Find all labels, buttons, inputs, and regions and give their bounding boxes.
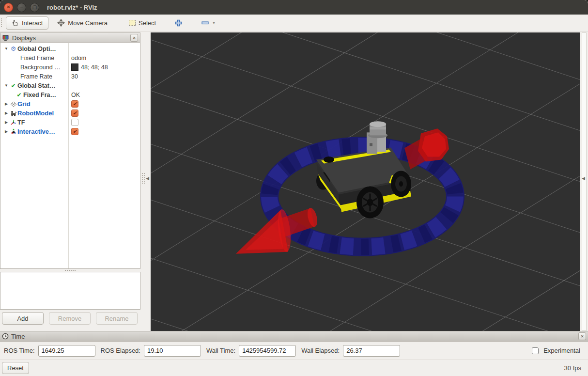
experimental-label: Experimental — [543, 347, 580, 354]
wall-time-label: Wall Time: — [206, 347, 235, 354]
gear-icon: ⚙ — [9, 45, 17, 52]
tree-row-tf[interactable]: ▶ TF — [0, 118, 140, 127]
expand-arrow-icon[interactable]: ▼ — [3, 83, 9, 88]
expand-arrow-icon[interactable]: ▶ — [3, 120, 9, 125]
wall-elapsed-label: Wall Elapsed: — [301, 347, 340, 354]
robot-model-enabled-checkbox[interactable]: ✔ — [71, 110, 78, 117]
frame-rate-value[interactable]: 30 — [68, 73, 140, 80]
window-maximize-button[interactable]: ▢ — [30, 3, 39, 12]
grid-icon — [9, 101, 17, 107]
toolbar-drag-handle[interactable] — [1, 18, 4, 27]
tree-row-global-status[interactable]: ▼ ✔ Global Stat… — [0, 81, 140, 90]
plus-icon — [175, 19, 182, 27]
tf-enabled-checkbox[interactable] — [71, 119, 78, 126]
tree-row-label: TF — [17, 119, 25, 126]
move-camera-tool-button[interactable]: Move Camera — [51, 16, 113, 30]
add-tool-button[interactable] — [171, 16, 186, 30]
expand-arrow-icon[interactable]: ▶ — [3, 129, 9, 134]
tree-row-frame-rate[interactable]: Frame Rate 30 — [0, 72, 140, 81]
move-camera-icon — [57, 19, 65, 27]
tree-column-separator[interactable] — [68, 43, 69, 268]
clock-icon — [2, 333, 9, 340]
ros-elapsed-input[interactable] — [144, 345, 201, 357]
interact-tool-button[interactable]: Interact — [6, 16, 48, 30]
expand-arrow-icon[interactable]: ▼ — [3, 47, 9, 51]
ros-elapsed-field: ROS Elapsed: — [101, 345, 201, 357]
render-viewport-3d[interactable] — [151, 32, 580, 331]
rename-display-button: Rename — [96, 312, 138, 325]
hand-icon — [12, 19, 19, 27]
wall-time-input[interactable] — [239, 345, 296, 357]
displays-panel: Displays ✕ ▼ ⚙ Global Opti… Fi — [0, 32, 140, 331]
tree-row-label: Frame Rate — [20, 73, 52, 80]
move-camera-tool-label: Move Camera — [68, 19, 108, 27]
time-panel-close-icon[interactable]: ✕ — [578, 332, 586, 340]
tree-row-fixed-frame-status[interactable]: ✔ Fixed Fra… OK — [0, 90, 140, 99]
tree-row-label: Global Opti… — [17, 46, 56, 52]
experimental-checkbox[interactable] — [532, 347, 539, 354]
add-display-button[interactable]: Add — [2, 312, 44, 325]
time-panel: Time ✕ ROS Time: ROS Elapsed: Wall Time:… — [0, 331, 588, 376]
ros-elapsed-label: ROS Elapsed: — [101, 347, 140, 354]
tree-row-label: Interactive… — [17, 128, 55, 135]
tree-row-label: Grid — [17, 100, 31, 108]
expand-arrow-icon[interactable]: ▶ — [3, 111, 9, 115]
tree-row-background-color[interactable]: Background … 48; 48; 48 — [0, 63, 140, 72]
displays-panel-title: Displays — [12, 34, 130, 42]
tree-row-interactive-markers[interactable]: ▶ Interactive… ✔ — [0, 127, 140, 136]
displays-panel-header[interactable]: Displays ✕ — [0, 32, 140, 43]
fixed-frame-value[interactable]: odom — [68, 55, 140, 62]
tree-row-label: Fixed Fra… — [23, 92, 56, 98]
tree-row-global-options[interactable]: ▼ ⚙ Global Opti… — [0, 44, 140, 53]
fixed-frame-status-value: OK — [68, 92, 140, 98]
background-color-value[interactable]: 48; 48; 48 — [68, 63, 140, 71]
scene-canvas[interactable] — [151, 32, 580, 331]
tree-row-label: Global Stat… — [17, 82, 55, 89]
ros-time-input[interactable] — [38, 345, 95, 357]
left-viewport-splitter[interactable]: ◀ — [140, 32, 151, 331]
lidar-sensor-mast — [367, 121, 387, 154]
main-area: Displays ✕ ▼ ⚙ Global Opti… Fi — [0, 31, 588, 331]
reset-button[interactable]: Reset — [2, 362, 29, 374]
tool-dropdown-arrow[interactable]: ▾ — [213, 20, 215, 25]
interactive-markers-enabled-checkbox[interactable]: ✔ — [71, 128, 78, 135]
interactive-marker-icon — [9, 128, 17, 135]
grid-enabled-checkbox[interactable]: ✔ — [71, 100, 78, 108]
window-close-button[interactable]: ✕ — [4, 3, 13, 12]
wall-elapsed-field: Wall Elapsed: — [301, 345, 400, 357]
select-tool-button[interactable]: Select — [123, 16, 162, 30]
color-value-text: 48; 48; 48 — [81, 64, 108, 71]
tree-row-fixed-frame[interactable]: Fixed Frame odom — [0, 53, 140, 63]
tree-row-label: Background … — [20, 64, 61, 71]
displays-tree[interactable]: ▼ ⚙ Global Opti… Fixed Frame odom — [0, 43, 140, 269]
tf-axes-icon — [9, 119, 17, 125]
titlebar[interactable]: ✕ – ▢ robot.rviz* - RViz — [0, 0, 588, 15]
select-icon — [129, 20, 136, 26]
right-panel-collapsed-strip[interactable]: ◀ — [580, 32, 588, 331]
ros-time-label: ROS Time: — [4, 347, 35, 354]
display-description-area — [0, 272, 140, 310]
collapse-left-panel-icon[interactable]: ◀ — [146, 176, 149, 181]
tree-row-label: RobotModel — [17, 110, 54, 117]
wall-elapsed-input[interactable] — [343, 345, 400, 357]
time-panel-header[interactable]: Time ✕ — [0, 331, 588, 342]
tree-row-grid[interactable]: ▶ Grid ✔ — [0, 99, 140, 109]
displays-panel-close-icon[interactable]: ✕ — [130, 34, 138, 42]
expand-right-panel-icon[interactable]: ◀ — [582, 176, 585, 181]
minus-icon — [201, 21, 209, 25]
select-tool-label: Select — [139, 19, 156, 27]
tree-row-robot-model[interactable]: ▶ RobotModel ✔ — [0, 109, 140, 118]
tree-row-label: Fixed Frame — [20, 55, 54, 62]
rviz-window: ✕ – ▢ robot.rviz* - RViz Interact Move C… — [0, 0, 588, 376]
ros-time-field: ROS Time: — [4, 345, 95, 357]
window-minimize-button[interactable]: – — [17, 3, 26, 12]
expand-arrow-icon[interactable]: ▶ — [3, 102, 9, 106]
remove-tool-button[interactable] — [199, 18, 211, 28]
fps-counter: 30 fps — [564, 364, 581, 372]
color-swatch — [71, 63, 78, 71]
time-panel-bottom-row: Reset 30 fps — [0, 360, 588, 376]
robot-model-icon — [9, 110, 17, 116]
time-panel-title: Time — [11, 333, 578, 340]
remove-display-button: Remove — [49, 312, 91, 325]
status-ok-check-icon: ✔ — [15, 92, 23, 98]
